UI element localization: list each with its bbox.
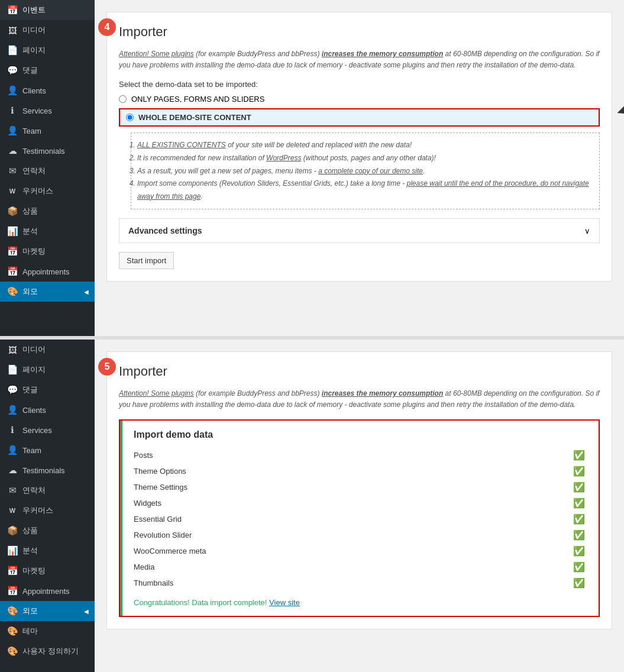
sidebar-item-team-2[interactable]: 👤 Team [0,440,95,460]
check-icon-revolution-slider: ✅ [573,529,585,541]
sidebar-item-team[interactable]: 👤 Team [0,121,95,141]
sidebar-item-woocommerce[interactable]: W 우커머스 [0,181,95,201]
sidebar-item-customize[interactable]: 🎨 사용자 정의하기 [0,641,95,661]
sidebar-item-events[interactable]: 📅 이벤트 [0,0,95,20]
radio-whole[interactable] [126,114,134,121]
sidebar-item-analytics[interactable]: 📊 분석 [0,221,95,241]
sidebar-item-appearance[interactable]: 🎨 외모 ◀ [0,282,95,302]
sidebar-item-analytics-2[interactable]: 📊 분석 [0,541,95,561]
advanced-settings-toggle[interactable]: Advanced settings ∨ [119,218,600,243]
warning-link-3[interactable]: a complete copy of our demo site [318,167,423,175]
check-icon-theme-settings: ✅ [573,482,585,493]
contact-icon: ✉ [7,166,18,176]
comments-icon: 💬 [7,65,18,76]
sidebar-item-pages-2[interactable]: 📄 페이지 [0,360,95,380]
products-icon-2: 📦 [7,525,18,536]
clients-icon: 👤 [7,85,18,96]
media-icon-2: 🖼 [7,345,18,355]
sidebar-item-clients[interactable]: 👤 Clients [0,80,95,101]
check-icon-theme-options: ✅ [573,466,585,477]
sidebar-item-label: Clients [22,86,89,95]
team-icon-2: 👤 [7,445,18,455]
sidebar-item-label: 이벤트 [22,5,89,15]
import-row-label: WooCommerce meta [134,547,206,555]
import-demo-box: Import demo data Posts ✅ Theme Options ✅… [119,419,600,617]
sidebar-item-label: Team [22,127,89,135]
sidebar-item-label: 연락처 [22,166,89,176]
cursor-arrow-icon: ➤ [613,96,624,125]
import-row-label: Theme Settings [134,483,187,492]
sidebar-item-label: Team [22,446,89,455]
sidebar-item-appearance-2[interactable]: 🎨 외모 ◀ [0,601,95,621]
sidebar-item-services-2[interactable]: ℹ Services [0,420,95,440]
sidebar-item-media-2[interactable]: 🖼 미디어 [0,340,95,360]
sidebar-item-services[interactable]: ℹ Services [0,101,95,121]
import-row-essential-grid: Essential Grid ✅ [129,511,590,527]
sidebar-item-clients-2[interactable]: 👤 Clients [0,400,95,420]
chevron-right-icon-2: ◀ [84,608,89,615]
sidebar-item-appointments-2[interactable]: 📅 Appointments [0,581,95,601]
import-row-theme-options: Theme Options ✅ [129,463,590,479]
sidebar-item-marketing-2[interactable]: 📅 마켓팅 [0,561,95,581]
radio-pages[interactable] [119,95,127,103]
sidebar-item-label: Appointments [22,587,89,596]
sidebar-item-label: 마켓팅 [22,566,89,576]
attention-strong-1: increases the memory consumption [322,50,443,58]
radio-option-whole[interactable]: WHOLE DEMO-SITE CONTENT ➤ [119,108,600,127]
radio-option-pages[interactable]: ONLY PAGES, FORMS AND SLIDERS [119,95,600,104]
testimonials-icon: ☁ [7,146,18,156]
sidebar-item-label: 상품 [22,525,89,536]
sidebar-2: 🖼 미디어 📄 페이지 💬 댓글 👤 Clients ℹ Services 👤 [0,340,95,672]
sidebar-item-woocommerce-2[interactable]: W 우커머스 [0,500,95,521]
sidebar-item-comments-2[interactable]: 💬 댓글 [0,380,95,400]
import-row-widgets: Widgets ✅ [129,495,590,511]
sidebar-item-media[interactable]: 🖼 미디어 [0,20,95,40]
warning-list-1: ALL EXISTING CONTENTS of your site will … [131,133,600,209]
sidebar-item-marketing[interactable]: 📅 마켓팅 [0,241,95,261]
analytics-icon-2: 📊 [7,545,18,556]
sidebar-item-contact-2[interactable]: ✉ 연락처 [0,480,95,500]
marketing-icon-2: 📅 [7,566,18,576]
sidebar-item-testimonials[interactable]: ☁ Testimonials [0,141,95,161]
sidebar-item-pages[interactable]: 📄 페이지 [0,40,95,60]
warning-link-2[interactable]: WordPress [266,154,301,162]
sidebar-item-label: 상품 [22,206,89,217]
contact-icon-2: ✉ [7,485,18,496]
sidebar-item-label: 페이지 [22,364,89,375]
sidebar-item-appointments[interactable]: 📅 Appointments [0,261,95,282]
sidebar-item-label: 댓글 [22,385,89,395]
sidebar-item-label: Clients [22,406,89,415]
warning-link-4[interactable]: please wait until the end of the procedu… [137,179,589,201]
start-import-button[interactable]: Start import [119,252,174,269]
sidebar-item-label: 우커머스 [22,505,89,516]
attention-link-1[interactable]: Attention! Some plugins [119,50,194,58]
warning-link-1[interactable]: ALL EXISTING CONTENTS [137,141,226,149]
check-icon-essential-grid: ✅ [573,513,585,525]
import-row-media: Media ✅ [129,559,590,575]
sidebar-item-contact[interactable]: ✉ 연락처 [0,161,95,181]
sidebar-item-theme[interactable]: 🎨 테마 [0,621,95,641]
check-icon-thumbnails: ✅ [573,577,585,589]
sidebar-item-products[interactable]: 📦 상품 [0,201,95,221]
appearance-icon: 🎨 [7,286,18,297]
sidebar-item-label: Appointments [22,267,89,276]
customize-icon: 🎨 [7,646,18,657]
sidebar-item-label: 마켓팅 [22,246,89,257]
sidebar-item-label: Services [22,426,89,435]
media-icon: 🖼 [7,25,18,35]
attention-link-2[interactable]: Attention! Some plugins [119,389,194,398]
sidebar-item-label: 외모 [22,606,79,616]
step-badge-5: 5 [98,358,116,376]
sidebar-item-label: Services [22,106,89,115]
importer-title-2: Importer [119,364,600,379]
importer-title-1: Importer [119,24,600,40]
page-wrapper: 📅 이벤트 🖼 미디어 📄 페이지 💬 댓글 👤 Clients ℹ Se [0,0,624,672]
sidebar-item-testimonials-2[interactable]: ☁ Testimonials [0,460,95,480]
view-site-link[interactable]: View site [269,598,300,607]
check-icon-widgets: ✅ [573,497,585,509]
sidebar-1: 📅 이벤트 🖼 미디어 📄 페이지 💬 댓글 👤 Clients ℹ Se [0,0,95,336]
sidebar-item-comments[interactable]: 💬 댓글 [0,60,95,80]
sidebar-item-products-2[interactable]: 📦 상품 [0,521,95,541]
sidebar-item-label: 페이지 [22,45,89,56]
importer-box-2: 5 Importer Attention! Some plugins (for … [106,351,612,629]
